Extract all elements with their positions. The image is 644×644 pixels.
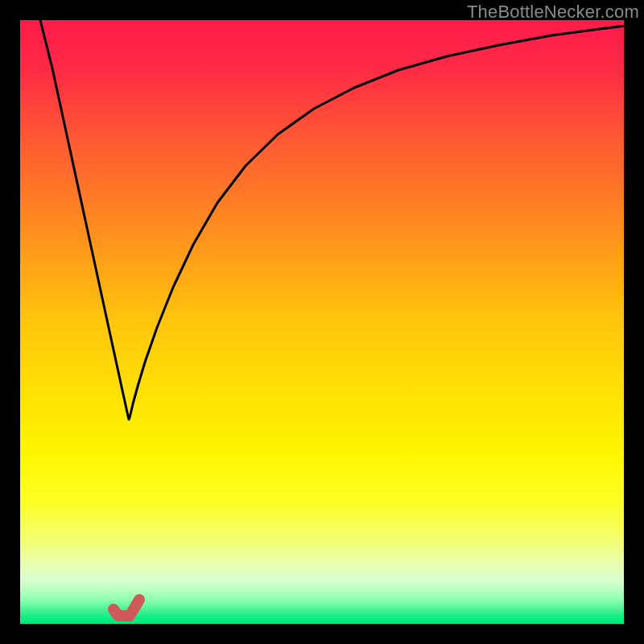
chart-svg: [20, 20, 624, 624]
chart-frame: TheBottleNecker.com: [0, 0, 644, 644]
plot-area: [20, 20, 624, 624]
watermark-text: TheBottleNecker.com: [467, 2, 639, 23]
gradient-background: [20, 20, 624, 624]
